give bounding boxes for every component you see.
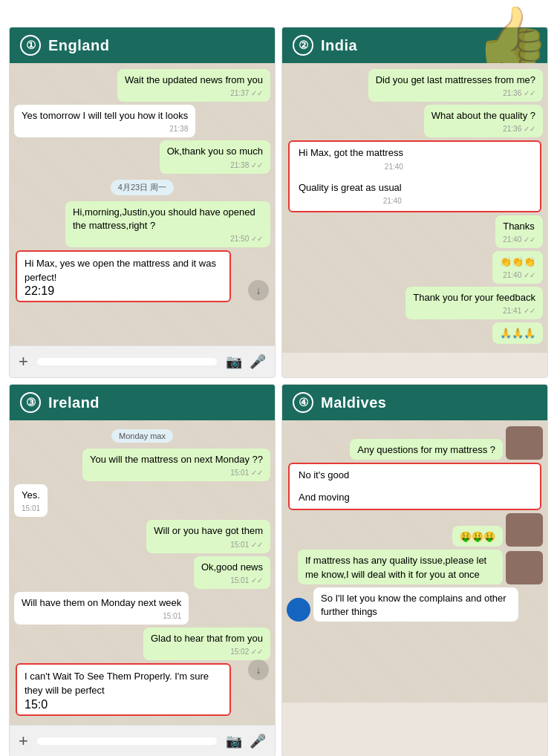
chat-bubble: And moving (294, 488, 354, 506)
bubble-text: No it's good (299, 469, 349, 480)
message-row: You will the mattress on next Monday ??1… (14, 449, 270, 481)
thumbnail-image (506, 551, 543, 584)
bubble-text: 🤑🤑🤑 (460, 531, 495, 542)
bubble-text: And moving (299, 492, 350, 503)
message-row: Thank you for your feedback21:41 ✓✓ (287, 287, 543, 319)
thumbs-up-icon: 👍 (475, 7, 550, 67)
highlighted-group: Hi Max, got the mattress21:40Quality is … (288, 140, 541, 212)
bubble-text: Quality is great as usual (299, 182, 402, 193)
chat-bubble: So I'll let you know the complains and o… (313, 587, 518, 622)
timestamp: 21:36 ✓✓ (376, 88, 535, 99)
panel-title: Ireland (48, 394, 100, 411)
message-row: I can't Wait To See Them Properly. I'm s… (16, 663, 269, 715)
message-row: Yes.15:01 (14, 484, 270, 517)
bubble-text: Any questions for my mattress ? (357, 444, 495, 455)
camera-icon[interactable]: 📷 (226, 733, 242, 749)
bubble-text: Will or you have got them (154, 525, 263, 536)
message-row: Thanks21:40 ✓✓ (287, 215, 543, 248)
timestamp: 21:40 (299, 162, 403, 172)
add-attachment-icon[interactable]: + (19, 352, 28, 371)
chat-bubble: What about the quality ?21:36 ✓✓ (424, 105, 543, 137)
message-row: 🤑🤑🤑 (287, 513, 543, 547)
avatar (287, 598, 310, 622)
message-row: 🙏🙏🙏 (287, 322, 543, 343)
message-row: Quality is great as usual21:40 (290, 177, 540, 209)
chat-bubble: Hi,morning,Justin,you should have opened… (65, 201, 270, 247)
message-row: Wait the updated news from you21:37 ✓✓ (14, 69, 270, 102)
chat-bubble: 🤑🤑🤑 (452, 526, 503, 547)
chat-panel-india: ② India Did you get last mattresses from… (281, 27, 548, 378)
chat-panel-england: ① England Wait the updated news from you… (9, 27, 276, 378)
panel-header-maldives: ④ Maldives (282, 385, 547, 420)
chat-panel-ireland: ③ Ireland Monday maxYou will the mattres… (9, 384, 276, 756)
highlighted-bubble: Hi Max, yes we open the mattress and it … (16, 250, 231, 302)
timestamp: 15:01 (22, 504, 40, 514)
message-row: 👏👏👏21:40 ✓✓ (287, 251, 543, 284)
date-badge: 4月23日 周一 (14, 177, 270, 198)
chat-bubble: Yes.15:01 (14, 484, 48, 517)
chat-bubble: Thank you for your feedback21:41 ✓✓ (405, 287, 543, 319)
bubble-text: Hi,morning,Justin,you should have opened… (73, 206, 255, 231)
chat-bubble: Ok,good news15:01 ✓✓ (194, 556, 270, 589)
bubble-text: 👏👏👏 (500, 256, 535, 267)
chat-body-ireland: Monday maxYou will the mattress on next … (10, 420, 275, 725)
message-input[interactable] (37, 737, 217, 745)
chat-bubble: Yes tomorrow I will tell you how it look… (14, 105, 195, 137)
timestamp: 15:01 ✓✓ (154, 540, 263, 550)
message-row: Will or you have got them15:01 ✓✓ (14, 520, 270, 553)
chat-bubble: 🙏🙏🙏 (492, 322, 543, 343)
message-row: So I'll let you know the complains and o… (287, 587, 543, 622)
bubble-text: Wait the updated news from you (125, 74, 263, 85)
timestamp: 15:01 (22, 611, 181, 622)
header-section: 👍 (0, 0, 557, 24)
chat-bubble: Any questions for my mattress ? (350, 439, 503, 460)
panel-title: England (48, 37, 109, 54)
camera-icon[interactable]: 📷 (226, 353, 242, 370)
timestamp: 15:01 ✓✓ (201, 576, 263, 586)
microphone-icon[interactable]: 🎤 (250, 353, 266, 370)
scroll-down-icon[interactable]: ↓ (248, 280, 269, 301)
timestamp: 21:38 (22, 124, 188, 134)
panel-header-england: ① England (10, 27, 275, 63)
chat-bubble: Will or you have got them15:01 ✓✓ (146, 520, 270, 553)
bubble-text: If mattress has any quality issue,please… (305, 555, 486, 579)
chat-bubble: Quality is great as usual21:40 (294, 178, 406, 208)
timestamp: 21:38 ✓✓ (167, 160, 263, 171)
chat-bubble: Will have them on Monday next week15:01 (14, 592, 189, 625)
chat-bubble: Glad to hear that from you15:02 ✓✓ (143, 628, 270, 660)
bubble-text: Yes tomorrow I will tell you how it look… (22, 110, 188, 121)
panel-number: ④ (293, 392, 313, 413)
panel-title: Maldives (321, 394, 386, 411)
message-row: Hi Max, got the mattress21:40 (290, 142, 540, 175)
chat-grid: ① England Wait the updated news from you… (0, 24, 557, 756)
bubble-text: Thank you for your feedback (413, 292, 535, 303)
add-attachment-icon[interactable]: + (19, 731, 28, 751)
scroll-down-icon[interactable]: ↓ (248, 659, 269, 680)
chat-footer: + 📷 🎤 (10, 725, 275, 757)
bubble-text: Hi Max, got the mattress (299, 147, 403, 158)
message-row: If mattress has any quality issue,please… (287, 550, 543, 584)
bubble-text: Glad to hear that from you (151, 633, 263, 644)
chat-bubble: Hi Max, got the mattress21:40 (294, 143, 408, 173)
date-badge: Monday max (14, 426, 270, 446)
bubble-text: Ok,good news (201, 561, 263, 573)
microphone-icon[interactable]: 🎤 (250, 733, 266, 749)
chat-panel-maldives: ④ Maldives Any questions for my mattress… (281, 384, 548, 756)
chat-bubble: You will the mattress on next Monday ??1… (82, 449, 270, 481)
bubble-text: Did you get last mattresses from me? (376, 74, 535, 85)
message-row: Hi Max, yes we open the mattress and it … (16, 250, 269, 302)
timestamp: 22:19 (25, 284, 222, 298)
bubble-text: Hi Max, yes we open the mattress and it … (25, 258, 216, 283)
message-row: And moving (290, 486, 540, 507)
chat-bubble: 👏👏👏21:40 ✓✓ (492, 251, 543, 284)
chat-bubble: Thanks21:40 ✓✓ (495, 215, 543, 248)
panel-number: ③ (20, 392, 41, 413)
chat-bubble: No it's good (294, 466, 354, 483)
timestamp: 21:50 ✓✓ (73, 234, 263, 244)
message-input[interactable] (37, 358, 217, 365)
bubble-text: Ok,thank you so much (167, 146, 263, 157)
message-row: Ok,thank you so much21:38 ✓✓ (14, 140, 270, 173)
message-row: What about the quality ?21:36 ✓✓ (287, 105, 543, 137)
bubble-text: I can't Wait To See Them Properly. I'm s… (25, 671, 209, 696)
panel-number: ① (20, 35, 41, 56)
